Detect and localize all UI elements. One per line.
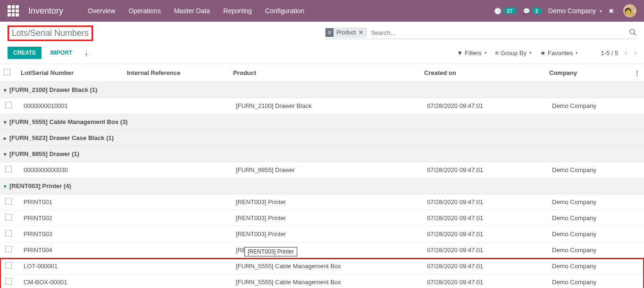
debug-icon[interactable]: ✖	[609, 8, 614, 15]
group-row[interactable]: [FURN_2100] Drawer Black (1)	[0, 82, 644, 98]
cell-spacer	[630, 226, 644, 242]
group-row[interactable]: [FURN_5623] Drawer Case Black (1)	[0, 130, 644, 146]
discuss-button[interactable]: 💬 2	[523, 8, 542, 15]
cell-created: 07/28/2020 09:47:01	[420, 98, 545, 114]
group-by-button[interactable]: ≡ Group By	[495, 49, 532, 57]
col-company[interactable]: Company	[545, 64, 630, 82]
group-label: [FURN_2100] Drawer Black (1)	[9, 86, 97, 93]
cell-spacer	[630, 242, 644, 258]
cell-spacer	[630, 210, 644, 226]
create-button[interactable]: CREATE	[8, 47, 42, 59]
cell-created: 07/28/2020 09:47:01	[420, 242, 545, 258]
cell-lot: PRINT001	[17, 194, 123, 210]
pager-text: 1-5 / 5	[601, 49, 618, 57]
highlighted-group: LOT-000001[FURN_5555] Cable Management B…	[0, 258, 644, 288]
table-row[interactable]: PRINT002[RENT003] Printer07/28/2020 09:4…	[0, 210, 644, 226]
cell-company: Demo Company	[545, 258, 630, 274]
nav-operations[interactable]: Operations	[123, 3, 166, 18]
pager-next-icon[interactable]: ›	[634, 49, 636, 57]
user-avatar[interactable]: 🧑	[623, 4, 636, 17]
table-header-row: Lot/Serial Number Internal Reference Pro…	[0, 64, 644, 82]
star-icon: ★	[540, 49, 546, 57]
nav-master-data[interactable]: Master Data	[168, 3, 216, 18]
group-row[interactable]: [FURN_5555] Cable Management Box (3)	[0, 114, 644, 130]
control-panel: Lots/Serial Numbers ≡ Product ✕ CREATE I…	[0, 22, 644, 64]
col-ref[interactable]: Internal Reference	[123, 64, 229, 82]
cell-product: [RENT003] Printer	[229, 226, 420, 242]
search-facet-product: ≡ Product ✕	[325, 28, 367, 37]
import-button[interactable]: IMPORT	[45, 47, 77, 59]
header-right: 🕓 27 💬 2 Demo Company ✖ 🧑	[494, 4, 636, 17]
select-all-checkbox[interactable]	[4, 69, 10, 75]
cell-company: Demo Company	[545, 210, 630, 226]
cell-product: [FURN_5555] Cable Management Box	[229, 274, 420, 288]
pager: 1-5 / 5 ‹ ›	[601, 49, 636, 57]
row-checkbox[interactable]	[5, 278, 12, 285]
pager-prev-icon[interactable]: ‹	[625, 49, 627, 57]
table-row[interactable]: LOT-000001[FURN_5555] Cable Management B…	[0, 258, 644, 274]
table-row[interactable]: PRINT001[RENT003] Printer07/28/2020 09:4…	[0, 194, 644, 210]
chevron-down-icon	[4, 182, 9, 189]
activity-button[interactable]: 🕓 27	[494, 8, 516, 15]
filter-icon: ▼	[457, 49, 463, 57]
cell-ref	[123, 242, 229, 258]
chat-icon: 💬	[523, 8, 530, 15]
table-row[interactable]: PRINT004[RENT003] Printer07/28/2020 09:4…	[0, 242, 644, 258]
cell-created: 07/28/2020 09:47:01	[420, 226, 545, 242]
col-product[interactable]: Product	[229, 64, 420, 82]
cell-lot: PRINT003	[17, 226, 123, 242]
download-icon[interactable]: ⭳	[81, 49, 92, 57]
cell-lot: PRINT004	[17, 242, 123, 258]
group-row[interactable]: [FURN_8855] Drawer (1)	[0, 146, 644, 162]
favorites-button[interactable]: ★ Favorites	[540, 49, 578, 57]
column-menu-icon[interactable]: ⋮	[630, 64, 644, 82]
row-checkbox[interactable]	[5, 166, 12, 173]
filters-button[interactable]: ▼ Filters	[457, 49, 486, 57]
group-label: [RENT003] Printer (4)	[9, 182, 71, 189]
chevron-down-icon	[4, 86, 9, 93]
nav-configuration[interactable]: Configuration	[259, 3, 310, 18]
cell-created: 07/28/2020 09:47:01	[420, 210, 545, 226]
nav-overview[interactable]: Overview	[82, 3, 121, 18]
search-icon[interactable]	[629, 28, 636, 37]
group-row[interactable]: [RENT003] Printer (4)	[0, 178, 644, 194]
row-checkbox[interactable]	[5, 262, 12, 269]
cell-product: [RENT003] Printer	[229, 194, 420, 210]
table-row[interactable]: 0000000010001[FURN_2100] Drawer Black07/…	[0, 98, 644, 114]
chevron-down-icon	[4, 118, 9, 125]
col-lot[interactable]: Lot/Serial Number	[17, 64, 123, 82]
cell-company: Demo Company	[545, 242, 630, 258]
nav-reporting[interactable]: Reporting	[217, 3, 258, 18]
apps-icon[interactable]	[8, 5, 19, 16]
row-checkbox[interactable]	[5, 230, 12, 237]
cell-created: 07/28/2020 09:47:01	[420, 194, 545, 210]
cell-ref	[123, 210, 229, 226]
col-created[interactable]: Created on	[420, 64, 545, 82]
group-label: [FURN_5623] Drawer Case Black (1)	[9, 134, 114, 141]
row-checkbox[interactable]	[5, 102, 12, 108]
cell-spacer	[630, 162, 644, 178]
cell-ref	[123, 162, 229, 178]
svg-line-1	[634, 33, 636, 35]
row-checkbox[interactable]	[5, 246, 12, 253]
search-bar[interactable]: ≡ Product ✕	[325, 28, 636, 39]
group-label: [FURN_8855] Drawer (1)	[9, 150, 79, 157]
company-selector[interactable]: Demo Company	[548, 7, 602, 15]
cell-ref	[123, 194, 229, 210]
cell-company: Demo Company	[545, 274, 630, 288]
cell-lot: CM-BOX-00001	[17, 274, 123, 288]
search-input[interactable]	[369, 28, 629, 38]
row-checkbox[interactable]	[5, 198, 12, 205]
cell-product: [RENT003] Printer	[229, 210, 420, 226]
cell-ref	[123, 258, 229, 274]
row-checkbox[interactable]	[5, 214, 12, 221]
facet-remove-icon[interactable]: ✕	[359, 29, 363, 36]
main-header: Inventory Overview Operations Master Dat…	[0, 0, 644, 22]
table-row[interactable]: PRINT003[RENT003] Printer07/28/2020 09:4…	[0, 226, 644, 242]
table-row[interactable]: 0000000000030[FURN_8855] Drawer07/28/202…	[0, 162, 644, 178]
cell-lot: 0000000000030	[17, 162, 123, 178]
cell-created: 07/28/2020 09:47:01	[420, 162, 545, 178]
group-icon: ≡	[495, 49, 499, 57]
cell-lot: LOT-000001	[17, 258, 123, 274]
table-row[interactable]: CM-BOX-00001[FURN_5555] Cable Management…	[0, 274, 644, 288]
